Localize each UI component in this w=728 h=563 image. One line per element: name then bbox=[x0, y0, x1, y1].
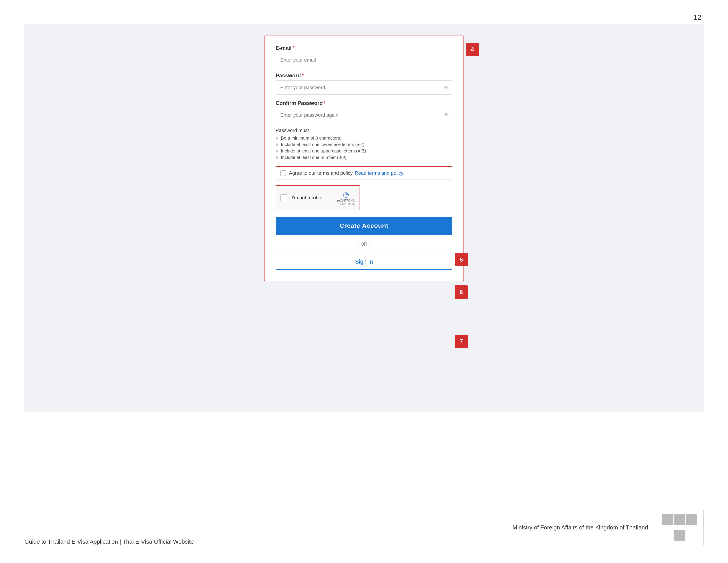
terms-wrapper: Agree to our terms and policy, Read term… bbox=[276, 166, 452, 180]
password-label: Password* bbox=[276, 72, 452, 79]
sign-in-button[interactable]: Sign In bbox=[276, 253, 452, 269]
recaptcha-icon: ◔ bbox=[343, 190, 349, 199]
confirm-password-group: Confirm Password* 👁 bbox=[276, 100, 452, 122]
password-group: Password* 👁 bbox=[276, 72, 452, 95]
recaptcha-widget: I'm not a robot ◔ reCAPTCHA Privacy - Te… bbox=[276, 185, 360, 210]
confirm-password-label: Confirm Password* bbox=[276, 100, 452, 106]
step-badge-4: 4 bbox=[466, 43, 479, 56]
main-content: 4 E-mail* Password* 👁 Confirm Password* bbox=[24, 24, 704, 412]
rule-4: Include at least one number (0-9) bbox=[276, 155, 452, 160]
step-badge-6: 6 bbox=[455, 286, 468, 299]
rule-dot-1 bbox=[276, 137, 278, 140]
password-rules-title: Password must : bbox=[276, 128, 452, 133]
create-account-button[interactable]: Create Account bbox=[276, 217, 452, 235]
password-input-wrapper: 👁 bbox=[276, 80, 452, 95]
footer-right-text: Ministry of Foreign Affairs of the Kingd… bbox=[513, 524, 648, 531]
rule-1: Be a minimum of 8 characters. bbox=[276, 136, 452, 141]
or-divider: OR bbox=[276, 240, 452, 248]
password-eye-icon[interactable]: 👁 bbox=[444, 85, 449, 90]
email-group: E-mail* bbox=[276, 45, 452, 67]
footer-right: Ministry of Foreign Affairs of the Kingd… bbox=[513, 510, 704, 545]
email-input-wrapper bbox=[276, 53, 452, 67]
terms-link[interactable]: Read terms and policy bbox=[355, 170, 403, 176]
password-rules: Password must : Be a minimum of 8 charac… bbox=[276, 128, 452, 160]
footer-left-text: Guide to Thailand E-Visa Application | T… bbox=[24, 538, 194, 545]
recaptcha-logo: ◔ reCAPTCHA Privacy - Terms bbox=[337, 190, 355, 205]
terms-checkbox[interactable] bbox=[280, 170, 286, 176]
step-badge-5: 5 bbox=[455, 253, 468, 266]
page-number: 12 bbox=[693, 13, 701, 22]
rule-2: Include at least one lowercase letters (… bbox=[276, 142, 452, 147]
recaptcha-subtext: Privacy - Terms bbox=[337, 202, 355, 205]
rule-3: Include at least one uppercase letters (… bbox=[276, 148, 452, 153]
email-label: E-mail* bbox=[276, 45, 452, 51]
ministry-logo bbox=[655, 510, 704, 545]
or-text: OR bbox=[356, 240, 372, 248]
confirm-password-input-wrapper: 👁 bbox=[276, 108, 452, 122]
step-badge-7: 7 bbox=[455, 335, 468, 348]
recaptcha-checkbox[interactable] bbox=[280, 194, 287, 201]
confirm-password-input[interactable] bbox=[276, 108, 452, 122]
email-input[interactable] bbox=[276, 53, 452, 67]
terms-text: Agree to our terms and policy, bbox=[289, 170, 354, 176]
footer: Guide to Thailand E-Visa Application | T… bbox=[24, 510, 704, 545]
password-input[interactable] bbox=[276, 80, 452, 95]
rule-dot-2 bbox=[276, 143, 278, 146]
form-card: 4 E-mail* Password* 👁 Confirm Password* bbox=[264, 36, 464, 281]
recaptcha-label: I'm not a robot bbox=[292, 195, 333, 201]
rule-dot-4 bbox=[276, 156, 278, 159]
recaptcha-brand: reCAPTCHA bbox=[337, 199, 355, 202]
confirm-eye-icon[interactable]: 👁 bbox=[444, 112, 449, 118]
rule-dot-3 bbox=[276, 150, 278, 152]
